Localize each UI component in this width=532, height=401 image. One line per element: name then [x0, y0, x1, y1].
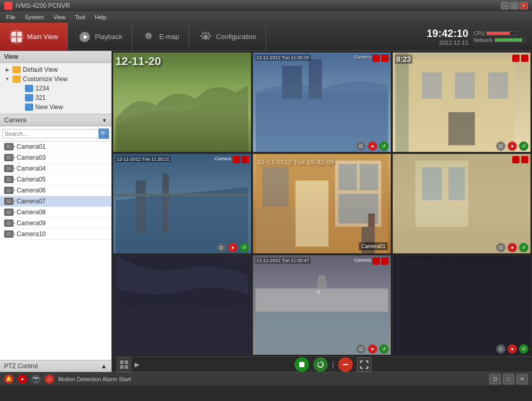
status-message: Motion Detection Alarm Start: [58, 376, 131, 382]
status-left: 🔔 ● 📷 ⚠ Motion Detection Alarm Start: [4, 374, 131, 384]
fullscreen-button[interactable]: [357, 357, 371, 372]
cell6-play-btn[interactable]: ↺: [519, 243, 528, 252]
cell9-play-btn[interactable]: ↺: [519, 344, 528, 354]
camera-title: Camera: [4, 117, 26, 124]
cell3-snapshot-btn[interactable]: ⊡: [496, 141, 506, 151]
view-tree: ▶ Default View ▼ Customize View 1234 32: [0, 63, 111, 114]
camera-item-04[interactable]: Camera04: [0, 163, 111, 174]
cell9-controls: ⊡ ● ↺: [496, 344, 528, 354]
cell2-stop-btn[interactable]: ●: [368, 141, 377, 151]
cell3-play-btn[interactable]: ↺: [519, 141, 528, 151]
cell8-snapshot-btn[interactable]: ⊡: [356, 344, 366, 354]
top-navigation: Main View Playback E-map Configuration 1…: [0, 23, 532, 51]
layout-button[interactable]: [117, 357, 131, 372]
cell4-timestamp: 12-11-2012 Tue 11:30:21: [115, 156, 171, 162]
cell4-snapshot-btn[interactable]: ⊡: [217, 243, 226, 252]
cell3-controls: ⊡ ● ↺: [496, 141, 528, 151]
cell4-alert1: [233, 156, 240, 163]
menu-file[interactable]: File: [2, 13, 20, 21]
tab-main-view-label: Main View: [27, 33, 58, 41]
cell3-alert-icon: [512, 55, 520, 62]
camera-item-08[interactable]: Camera08: [0, 207, 111, 218]
menu-tool[interactable]: Tool: [71, 13, 89, 21]
refresh-button[interactable]: [313, 357, 328, 372]
ptz-section-header[interactable]: PTZ Control ▲: [0, 360, 111, 372]
cell6-stop-btn[interactable]: ●: [508, 243, 517, 252]
svg-rect-17: [395, 53, 408, 152]
tree-item-1234[interactable]: 1234: [10, 84, 111, 93]
video-cell-2[interactable]: 12-11-2012 Tue 11:30:15 Camera ⊡ ● ↺: [252, 52, 391, 152]
close-button[interactable]: ✕: [520, 2, 528, 9]
svg-rect-33: [422, 167, 442, 200]
svg-marker-37: [316, 275, 327, 288]
cell3-stop-btn[interactable]: ●: [508, 141, 517, 151]
video-cell-5[interactable]: 12-11-2012 Tue 19:42:09 Camera01: [252, 153, 391, 254]
menu-help[interactable]: Help: [90, 13, 111, 21]
video-cell-7[interactable]: [113, 255, 251, 355]
search-input[interactable]: [2, 129, 99, 138]
menu-system[interactable]: System: [21, 13, 48, 21]
video-cell-4[interactable]: 12-11-2012 Tue 11:30:21 Camera ⊡ ● ↺: [113, 153, 251, 254]
camera-item-06[interactable]: Camera06: [0, 185, 111, 196]
camera-item-01[interactable]: Camera01: [0, 141, 111, 152]
svg-rect-43: [299, 362, 304, 367]
maximize-button[interactable]: □: [510, 2, 518, 9]
camera-04-label: Camera04: [17, 165, 46, 172]
alarm-button[interactable]: [338, 357, 353, 372]
cell8-play-btn[interactable]: ↺: [379, 344, 389, 354]
tab-playback[interactable]: Playback: [68, 23, 132, 50]
video-cell-6[interactable]: ⊡ ● ↺: [392, 153, 531, 254]
video-cell-8[interactable]: 12-11-2012 Tue 11:00:47 Camera ⊡ ●: [252, 255, 391, 355]
camera-icon-10: [4, 230, 14, 238]
camera-item-09[interactable]: Camera09: [0, 218, 111, 229]
video-cell-9[interactable]: ⊡ ● ↺: [392, 255, 531, 355]
cell2-timestamp: 12-11-2012 Tue 11:30:15: [255, 55, 311, 61]
camera-section-header[interactable]: Camera ▼: [0, 114, 111, 126]
stop-all-button[interactable]: [295, 357, 309, 372]
video-cell-1[interactable]: 12-11-20: [113, 52, 251, 152]
svg-rect-15: [488, 72, 508, 99]
tab-configuration[interactable]: Configuration: [189, 23, 266, 50]
menu-view[interactable]: View: [49, 13, 70, 21]
expander-down-icon: ▼: [4, 76, 10, 82]
tab-emap[interactable]: E-map: [132, 23, 189, 50]
svg-rect-23: [338, 164, 357, 190]
layout-arrow-icon[interactable]: ▶: [135, 361, 139, 368]
view-icon-321: [25, 94, 33, 101]
svg-rect-2: [11, 37, 16, 42]
clock-display: 19:42:10 2012-12-11: [427, 28, 468, 46]
cell8-stop-btn[interactable]: ●: [368, 344, 377, 354]
cell2-play-btn[interactable]: ↺: [379, 141, 389, 151]
minimize-button[interactable]: −: [501, 2, 509, 9]
cell4-play-btn[interactable]: ↺: [240, 243, 249, 252]
cell6-snapshot-btn[interactable]: ⊡: [496, 243, 506, 252]
camera-icon-06: [4, 187, 14, 194]
svg-rect-3: [17, 37, 22, 42]
tree-item-new-view[interactable]: New View: [10, 102, 111, 112]
cell9-stop-btn[interactable]: ●: [508, 344, 517, 354]
camera-item-07[interactable]: Camera07: [0, 196, 111, 207]
cell4-cam-label: Camera: [215, 156, 231, 163]
tree-item-default-view[interactable]: ▶ Default View: [0, 65, 111, 74]
status-btn-1[interactable]: ⊡: [489, 374, 501, 384]
tree-item-customize-view[interactable]: ▼ Customize View: [0, 74, 111, 84]
camera-01-label: Camera01: [17, 143, 46, 150]
cell4-stop-btn[interactable]: ●: [228, 243, 237, 252]
status-btn-3[interactable]: ✕: [516, 374, 528, 384]
custom-views-subtree: 1234 321 New View: [0, 84, 111, 112]
cell9-snapshot-btn[interactable]: ⊡: [496, 344, 506, 354]
svg-rect-41: [120, 365, 124, 369]
svg-marker-44: [317, 362, 320, 364]
video-cell-3[interactable]: 8:23 ⊡ ● ↺: [392, 52, 531, 152]
camera-item-05[interactable]: Camera05: [0, 174, 111, 185]
cell2-snapshot-btn[interactable]: ⊡: [356, 141, 366, 151]
svg-rect-28: [262, 167, 289, 206]
camera-item-03[interactable]: Camera03: [0, 152, 111, 163]
svg-rect-16: [448, 112, 475, 146]
tab-main-view[interactable]: Main View: [0, 23, 68, 50]
status-btn-2[interactable]: □: [503, 374, 514, 384]
titlebar: iVMS-4200 PCNVR − □ ✕: [0, 0, 532, 11]
tree-item-321[interactable]: 321: [10, 93, 111, 102]
search-button[interactable]: 🔍: [99, 128, 109, 139]
camera-item-10[interactable]: Camera10: [0, 229, 111, 240]
